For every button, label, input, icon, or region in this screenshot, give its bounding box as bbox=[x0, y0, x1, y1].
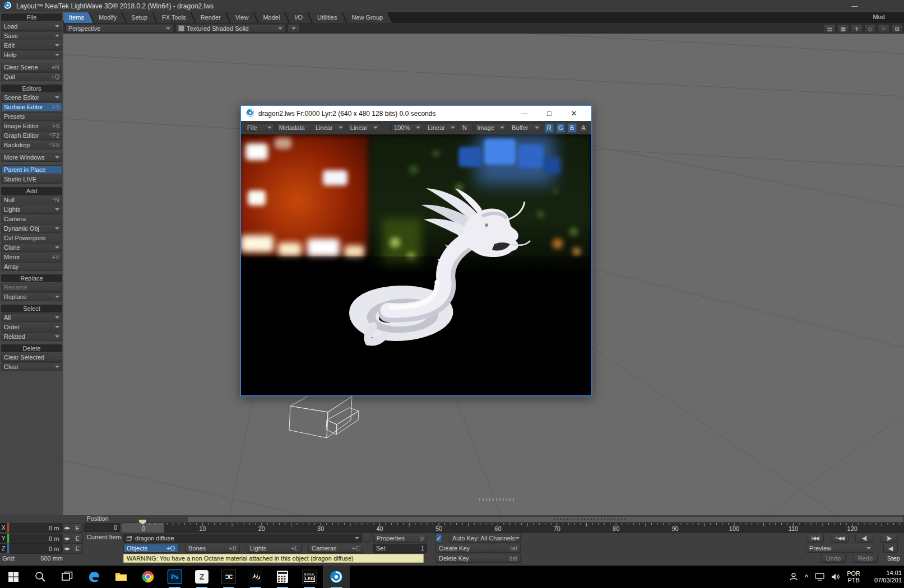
taskbar-edge-icon[interactable] bbox=[81, 566, 108, 588]
taskbar-search-icon[interactable] bbox=[27, 566, 54, 588]
pan-icon[interactable]: ✛ bbox=[851, 24, 863, 33]
envelope-button-z[interactable]: E bbox=[72, 544, 83, 554]
render-toolbar-n[interactable]: N bbox=[460, 123, 472, 132]
tab-utilities[interactable]: Utilities bbox=[308, 12, 346, 23]
category-objects[interactable]: Objects+O bbox=[123, 544, 178, 553]
modeler-button-partial[interactable]: Mod bbox=[873, 13, 885, 20]
channel-toggle-r[interactable]: R bbox=[545, 123, 553, 133]
sidebar-item-mirror[interactable]: Mirror+V bbox=[1, 253, 62, 262]
axis-button-z[interactable]: Z bbox=[0, 544, 7, 553]
sidebar-item-save[interactable]: Save bbox=[1, 31, 62, 40]
taskbar-photoshop-icon[interactable]: Ps bbox=[161, 566, 188, 588]
sidebar-item-clone[interactable]: Clone bbox=[1, 243, 62, 252]
taskbar-corsair-icon[interactable] bbox=[242, 566, 269, 588]
axis-button-x[interactable]: X bbox=[0, 523, 7, 532]
sidebar-item-surface-editor[interactable]: Surface EditorF5 bbox=[1, 102, 62, 111]
sidebar-item-presets[interactable]: Presets bbox=[1, 112, 62, 121]
axis-value-field-x[interactable]: 0 m bbox=[10, 523, 62, 533]
autokey-checkbox[interactable]: ✓ bbox=[435, 534, 442, 543]
zoom-icon[interactable]: ⌕ bbox=[878, 24, 889, 33]
minimize-button[interactable]: — bbox=[846, 0, 863, 12]
axis-button-y[interactable]: Y bbox=[0, 534, 7, 543]
taskbar-start-icon[interactable] bbox=[0, 566, 27, 588]
category-cameras[interactable]: Cameras+C bbox=[308, 544, 363, 553]
sidebar-item-camera[interactable]: Camera bbox=[1, 214, 62, 223]
tab-view[interactable]: View bbox=[226, 12, 258, 23]
sidebar-item-help[interactable]: Help bbox=[1, 50, 62, 59]
sidebar-item-load[interactable]: Load bbox=[1, 22, 62, 31]
channel-toggle-b[interactable]: B bbox=[568, 123, 576, 133]
sidebar-item-scene-editor[interactable]: Scene Editor bbox=[1, 93, 62, 102]
channel-toggle-g[interactable]: G bbox=[557, 123, 565, 133]
sidebar-item-quit[interactable]: Quit+Q bbox=[1, 72, 62, 81]
item-list-button[interactable] bbox=[364, 534, 370, 543]
sidebar-item-order[interactable]: Order bbox=[1, 323, 62, 332]
shading-mode-dropdown[interactable]: Textured Shaded Solid bbox=[175, 24, 285, 32]
language-indicator[interactable]: PORPTB bbox=[847, 570, 860, 584]
sidebar-item-related[interactable]: Related bbox=[1, 332, 62, 341]
tab-items[interactable]: Items bbox=[60, 12, 93, 23]
sidebar-item-image-editor[interactable]: Image EditorF6 bbox=[1, 122, 62, 130]
step-back-button[interactable]: ◀ bbox=[883, 544, 898, 553]
frame-range-scrollbar[interactable] bbox=[188, 517, 903, 522]
render-toolbar-linear[interactable]: Linear bbox=[347, 123, 381, 132]
properties-button[interactable]: Propertiesp bbox=[373, 534, 427, 543]
taskbar-calculator-icon[interactable] bbox=[269, 566, 296, 588]
sidebar-item-parent-in-place[interactable]: Parent in Place bbox=[1, 165, 62, 174]
axis-spinner-z[interactable]: ◀▶ bbox=[62, 544, 71, 554]
orbit-icon[interactable]: ◇ bbox=[864, 24, 876, 33]
render-display-window[interactable]: dragon2.lws Fr:0000 Lyr:2 (640 x 480 128… bbox=[240, 105, 592, 396]
render-toolbar-linear[interactable]: Linear bbox=[313, 123, 346, 132]
taskbar-octane-icon[interactable]: ƆC bbox=[215, 566, 242, 588]
viewport-options-dropdown[interactable] bbox=[288, 24, 300, 32]
delete-key-button[interactable]: Delete Keydel bbox=[435, 554, 521, 563]
tab-model[interactable]: Model bbox=[254, 12, 289, 23]
render-toolbar-100[interactable]: 100% bbox=[391, 123, 423, 132]
sidebar-item-clear[interactable]: Clear bbox=[1, 362, 62, 371]
prev-frame-button[interactable]: ◀|| bbox=[855, 534, 873, 543]
sidebar-item-graph-editor[interactable]: Graph Editor^F2 bbox=[1, 131, 62, 140]
tab-i-o[interactable]: I/O bbox=[285, 12, 312, 23]
tab-modify[interactable]: Modify bbox=[90, 12, 126, 23]
list-view-icon[interactable]: ▤ bbox=[824, 24, 836, 33]
go-start-button[interactable]: |◀◀ bbox=[806, 534, 824, 543]
prev-key-button[interactable]: +◀◀ bbox=[831, 534, 849, 543]
category-bones[interactable]: Bones+B bbox=[185, 544, 240, 553]
taskbar-file-explorer-icon[interactable] bbox=[108, 566, 135, 588]
volume-icon[interactable] bbox=[831, 573, 840, 581]
close-icon[interactable]: ✕ bbox=[562, 109, 586, 118]
taskbar-evga-led-icon[interactable]: EVGALED bbox=[296, 566, 323, 588]
redo-button[interactable]: Redo bbox=[853, 554, 878, 563]
sidebar-item-all[interactable]: All bbox=[1, 313, 62, 322]
category-lights[interactable]: Lights+L bbox=[247, 544, 302, 553]
sidebar-item-cvt-powergons[interactable]: Cvt Powergons bbox=[1, 234, 62, 242]
sidebar-item-edit[interactable]: Edit bbox=[1, 41, 62, 50]
create-key-button[interactable]: Create Keyret bbox=[435, 544, 521, 553]
minimize-icon[interactable]: — bbox=[512, 109, 537, 118]
clock[interactable]: 14:0107/03/201 bbox=[867, 570, 902, 584]
maximize-icon[interactable]: □ bbox=[537, 109, 562, 118]
fit-icon[interactable]: ⊞ bbox=[891, 24, 903, 33]
tab-fx-tools[interactable]: FX Tools bbox=[153, 12, 195, 23]
network-icon[interactable] bbox=[815, 573, 824, 581]
render-toolbar-linear[interactable]: Linear bbox=[425, 123, 458, 132]
sidebar-item-more-windows[interactable]: More Windows bbox=[1, 153, 62, 162]
undo-button[interactable]: Undo bbox=[821, 554, 846, 563]
timeline-ruler[interactable]: 0102030405060708090100110120 bbox=[122, 522, 904, 533]
thumb-view-icon[interactable]: ▦ bbox=[837, 24, 849, 33]
axis-spinner-y[interactable]: ◀▶ bbox=[62, 534, 71, 544]
render-toolbar-buffer[interactable]: Buffer bbox=[509, 123, 542, 132]
sidebar-item-backdrop[interactable]: Backdrop^F5 bbox=[1, 141, 62, 150]
people-icon[interactable] bbox=[789, 572, 798, 581]
envelope-button-x[interactable]: E bbox=[72, 523, 83, 533]
render-window-titlebar[interactable]: dragon2.lws Fr:0000 Lyr:2 (640 x 480 128… bbox=[241, 106, 591, 121]
current-item-dropdown[interactable]: dragon diffuse bbox=[123, 534, 362, 543]
axis-spinner-x[interactable]: ◀▶ bbox=[62, 523, 71, 533]
sidebar-item-array[interactable]: Array bbox=[1, 262, 62, 271]
tab-new-group[interactable]: New Group bbox=[342, 12, 392, 23]
sidebar-item-clear-scene[interactable]: Clear Scene+N bbox=[1, 63, 62, 72]
taskbar-chrome-icon[interactable] bbox=[135, 566, 161, 588]
sidebar-item-null[interactable]: Null^N bbox=[1, 195, 62, 204]
autokey-dropdown[interactable]: Auto Key: All Channels bbox=[449, 534, 521, 543]
preview-dropdown[interactable]: Preview bbox=[806, 544, 874, 553]
